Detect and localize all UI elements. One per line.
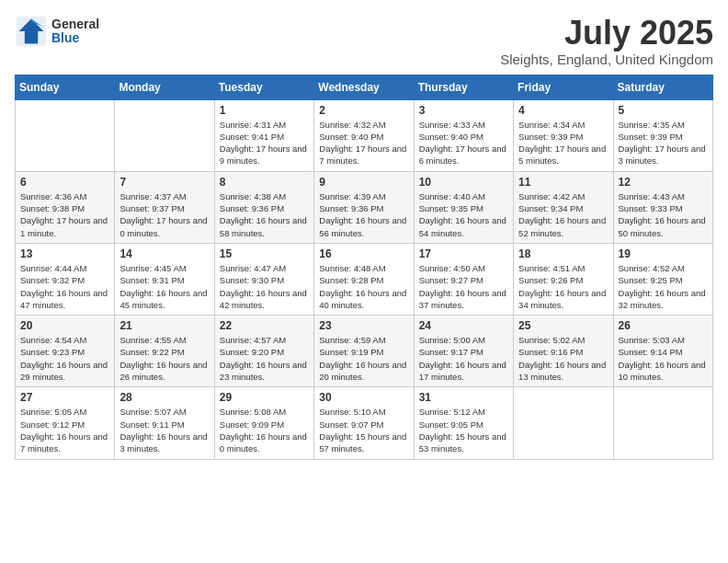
day-info: Sunrise: 4:57 AM Sunset: 9:20 PM Dayligh… <box>220 334 309 383</box>
calendar-cell: 25Sunrise: 5:02 AM Sunset: 9:16 PM Dayli… <box>514 316 613 387</box>
day-number: 24 <box>419 319 508 332</box>
calendar-cell: 17Sunrise: 4:50 AM Sunset: 9:27 PM Dayli… <box>414 243 513 315</box>
day-info: Sunrise: 4:40 AM Sunset: 9:35 PM Dayligh… <box>419 190 508 239</box>
calendar-week-row: 13Sunrise: 4:44 AM Sunset: 9:32 PM Dayli… <box>16 243 713 315</box>
calendar-week-row: 1Sunrise: 4:31 AM Sunset: 9:41 PM Daylig… <box>16 99 713 171</box>
day-info: Sunrise: 4:48 AM Sunset: 9:28 PM Dayligh… <box>319 262 408 311</box>
day-number: 29 <box>220 391 309 404</box>
day-number: 27 <box>20 391 109 404</box>
day-info: Sunrise: 4:33 AM Sunset: 9:40 PM Dayligh… <box>419 119 508 167</box>
day-info: Sunrise: 5:02 AM Sunset: 9:16 PM Dayligh… <box>518 334 608 383</box>
day-info: Sunrise: 4:44 AM Sunset: 9:32 PM Dayligh… <box>20 262 109 311</box>
day-number: 16 <box>319 247 408 260</box>
weekday-header-friday: Friday <box>514 75 613 99</box>
day-info: Sunrise: 4:52 AM Sunset: 9:25 PM Dayligh… <box>619 262 708 311</box>
day-number: 31 <box>419 391 508 404</box>
day-info: Sunrise: 4:38 AM Sunset: 9:36 PM Dayligh… <box>220 190 309 239</box>
day-info: Sunrise: 4:51 AM Sunset: 9:26 PM Dayligh… <box>518 262 608 311</box>
day-info: Sunrise: 4:42 AM Sunset: 9:34 PM Dayligh… <box>518 190 608 239</box>
day-info: Sunrise: 4:37 AM Sunset: 9:37 PM Dayligh… <box>119 190 209 239</box>
day-number: 30 <box>319 391 408 404</box>
calendar-cell <box>514 387 613 459</box>
calendar-cell: 24Sunrise: 5:00 AM Sunset: 9:17 PM Dayli… <box>414 316 513 387</box>
day-info: Sunrise: 4:59 AM Sunset: 9:19 PM Dayligh… <box>319 334 408 383</box>
day-info: Sunrise: 5:12 AM Sunset: 9:05 PM Dayligh… <box>419 406 508 454</box>
calendar-cell: 2Sunrise: 4:32 AM Sunset: 9:40 PM Daylig… <box>314 99 414 171</box>
day-info: Sunrise: 4:32 AM Sunset: 9:40 PM Dayligh… <box>319 119 408 167</box>
calendar-cell: 3Sunrise: 4:33 AM Sunset: 9:40 PM Daylig… <box>414 99 513 171</box>
calendar-cell: 30Sunrise: 5:10 AM Sunset: 9:07 PM Dayli… <box>314 387 414 459</box>
calendar-cell: 19Sunrise: 4:52 AM Sunset: 9:25 PM Dayli… <box>613 243 712 315</box>
weekday-header-monday: Monday <box>115 75 214 99</box>
day-info: Sunrise: 4:31 AM Sunset: 9:41 PM Dayligh… <box>220 119 309 167</box>
day-info: Sunrise: 5:00 AM Sunset: 9:17 PM Dayligh… <box>419 334 508 383</box>
day-info: Sunrise: 4:35 AM Sunset: 9:39 PM Dayligh… <box>619 119 708 167</box>
calendar-cell: 16Sunrise: 4:48 AM Sunset: 9:28 PM Dayli… <box>314 243 414 315</box>
weekday-header-sunday: Sunday <box>16 75 115 99</box>
logo: General Blue <box>15 15 99 48</box>
day-number: 28 <box>119 391 209 404</box>
calendar-cell: 29Sunrise: 5:08 AM Sunset: 9:09 PM Dayli… <box>214 387 313 459</box>
calendar-cell: 28Sunrise: 5:07 AM Sunset: 9:11 PM Dayli… <box>115 387 214 459</box>
day-number: 1 <box>220 104 309 117</box>
day-info: Sunrise: 5:08 AM Sunset: 9:09 PM Dayligh… <box>220 406 309 454</box>
month-title: July 2025 <box>500 15 713 52</box>
day-info: Sunrise: 4:54 AM Sunset: 9:23 PM Dayligh… <box>20 334 109 383</box>
day-info: Sunrise: 5:03 AM Sunset: 9:14 PM Dayligh… <box>619 334 708 383</box>
day-number: 26 <box>619 319 708 332</box>
day-number: 3 <box>419 104 508 117</box>
day-info: Sunrise: 4:50 AM Sunset: 9:27 PM Dayligh… <box>419 262 508 311</box>
calendar-cell: 20Sunrise: 4:54 AM Sunset: 9:23 PM Dayli… <box>16 316 115 387</box>
calendar-week-row: 27Sunrise: 5:05 AM Sunset: 9:12 PM Dayli… <box>16 387 713 459</box>
calendar-cell: 12Sunrise: 4:43 AM Sunset: 9:33 PM Dayli… <box>613 171 712 243</box>
calendar-cell: 18Sunrise: 4:51 AM Sunset: 9:26 PM Dayli… <box>514 243 613 315</box>
logo-general-text: General <box>51 17 99 31</box>
day-number: 2 <box>319 104 408 117</box>
calendar-cell: 31Sunrise: 5:12 AM Sunset: 9:05 PM Dayli… <box>414 387 513 459</box>
calendar-cell: 21Sunrise: 4:55 AM Sunset: 9:22 PM Dayli… <box>115 316 214 387</box>
day-number: 22 <box>220 319 309 332</box>
title-block: July 2025 Sleights, England, United King… <box>500 15 713 67</box>
day-number: 12 <box>619 176 708 189</box>
day-number: 20 <box>20 319 109 332</box>
calendar-cell: 27Sunrise: 5:05 AM Sunset: 9:12 PM Dayli… <box>16 387 115 459</box>
logo-blue-text: Blue <box>51 31 99 45</box>
weekday-header-row: SundayMondayTuesdayWednesdayThursdayFrid… <box>16 75 713 99</box>
day-number: 10 <box>419 176 508 189</box>
day-number: 6 <box>20 176 109 189</box>
day-number: 14 <box>119 247 209 260</box>
calendar-table: SundayMondayTuesdayWednesdayThursdayFrid… <box>15 75 713 460</box>
day-number: 13 <box>20 247 109 260</box>
calendar-cell: 5Sunrise: 4:35 AM Sunset: 9:39 PM Daylig… <box>613 99 712 171</box>
calendar-cell <box>16 99 115 171</box>
day-info: Sunrise: 5:05 AM Sunset: 9:12 PM Dayligh… <box>20 406 109 454</box>
day-number: 5 <box>619 104 708 117</box>
day-number: 17 <box>419 247 508 260</box>
calendar-cell: 8Sunrise: 4:38 AM Sunset: 9:36 PM Daylig… <box>214 171 313 243</box>
logo-text: General Blue <box>51 17 99 46</box>
day-number: 8 <box>220 176 309 189</box>
calendar-cell: 15Sunrise: 4:47 AM Sunset: 9:30 PM Dayli… <box>214 243 313 315</box>
calendar-cell: 14Sunrise: 4:45 AM Sunset: 9:31 PM Dayli… <box>115 243 214 315</box>
calendar-cell: 9Sunrise: 4:39 AM Sunset: 9:36 PM Daylig… <box>314 171 414 243</box>
calendar-week-row: 20Sunrise: 4:54 AM Sunset: 9:23 PM Dayli… <box>16 316 713 387</box>
calendar-cell: 10Sunrise: 4:40 AM Sunset: 9:35 PM Dayli… <box>414 171 513 243</box>
day-number: 15 <box>220 247 309 260</box>
day-info: Sunrise: 4:43 AM Sunset: 9:33 PM Dayligh… <box>619 190 708 239</box>
day-info: Sunrise: 4:36 AM Sunset: 9:38 PM Dayligh… <box>20 190 109 239</box>
weekday-header-wednesday: Wednesday <box>314 75 414 99</box>
weekday-header-tuesday: Tuesday <box>214 75 313 99</box>
day-info: Sunrise: 4:47 AM Sunset: 9:30 PM Dayligh… <box>220 262 309 311</box>
calendar-cell: 26Sunrise: 5:03 AM Sunset: 9:14 PM Dayli… <box>613 316 712 387</box>
calendar-cell: 4Sunrise: 4:34 AM Sunset: 9:39 PM Daylig… <box>514 99 613 171</box>
day-number: 18 <box>518 247 608 260</box>
day-number: 4 <box>518 104 608 117</box>
day-info: Sunrise: 4:39 AM Sunset: 9:36 PM Dayligh… <box>319 190 408 239</box>
day-info: Sunrise: 4:45 AM Sunset: 9:31 PM Dayligh… <box>119 262 209 311</box>
day-info: Sunrise: 4:34 AM Sunset: 9:39 PM Dayligh… <box>518 119 608 167</box>
day-number: 25 <box>518 319 608 332</box>
logo-icon <box>15 15 48 48</box>
calendar-cell: 1Sunrise: 4:31 AM Sunset: 9:41 PM Daylig… <box>214 99 313 171</box>
day-number: 19 <box>619 247 708 260</box>
calendar-cell: 11Sunrise: 4:42 AM Sunset: 9:34 PM Dayli… <box>514 171 613 243</box>
